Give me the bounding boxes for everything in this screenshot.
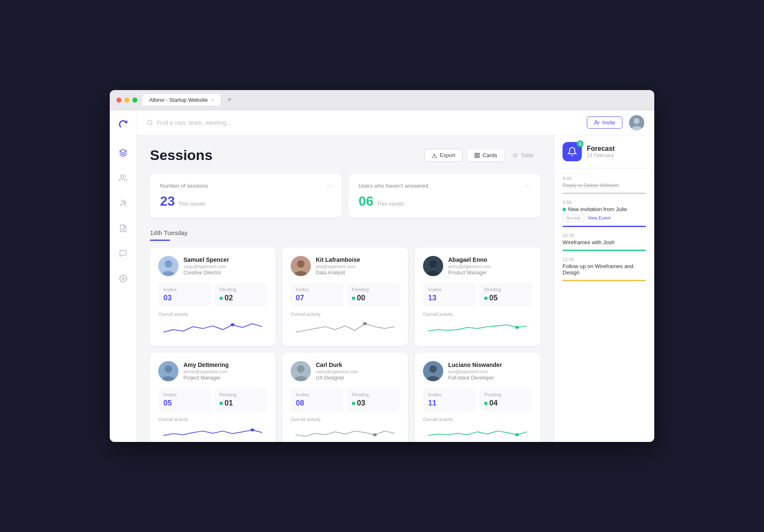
user-card-3: Amy Dettmering amde@egament.com Project … [150, 353, 276, 442]
event-time-3: 12:45 [563, 257, 646, 262]
event-item-0: 9:45 Reply to Debie Wilhelm [554, 172, 654, 193]
user-invites-5: Invites 11 [423, 388, 476, 412]
user-role-5: Full-stack Developer [448, 375, 532, 381]
user-name-4: Carl Durk [316, 362, 400, 368]
forecast-events: 9:45 Reply to Debie Wilhelm 9:59 New inv… [554, 168, 654, 442]
event-time-1: 9:59 [563, 200, 646, 205]
close-traffic-light[interactable] [116, 98, 121, 103]
event-item-3: 12:45 Follow up on Wireframes and Design [554, 253, 654, 280]
sidebar-item-settings[interactable] [116, 271, 131, 286]
user-invites-4: Invites 08 [291, 388, 343, 412]
event-title-3: Follow up on Wireframes and Design [563, 263, 646, 276]
forecast-panel: 3 Forecast 14 February 9:45 Reply to Deb… [554, 135, 654, 442]
sidebar-item-layers[interactable] [116, 145, 131, 160]
stat-label-unanswered: Users who haven't answered [359, 183, 428, 189]
svg-point-30 [429, 260, 437, 268]
sidebar-item-chat[interactable] [116, 246, 131, 261]
event-divider-1 [563, 226, 646, 227]
app-logo [116, 117, 131, 132]
user-email-2: anhu@egament.com [448, 264, 532, 269]
topbar: Find a user, team, meeting... Invite [137, 110, 654, 135]
export-button[interactable]: Export [424, 149, 463, 162]
sidebar-item-document[interactable] [116, 221, 131, 236]
user-avatar-topbar[interactable] [629, 115, 644, 130]
activity-label-0: Overall activity [158, 312, 267, 317]
svg-rect-16 [475, 156, 477, 158]
accept-button[interactable]: Accept [563, 214, 584, 222]
event-item-1: 9:59 New invitation from Julie Accept Vi… [554, 196, 654, 226]
page-header: Sessions Export [150, 147, 540, 163]
search-bar[interactable]: Find a user, team, meeting... [147, 119, 231, 126]
activity-label-4: Overall activity [291, 417, 400, 422]
user-name-1: Kit Laframboise [316, 256, 400, 263]
forecast-date: 14 February [587, 152, 615, 158]
event-dot-1 [563, 208, 566, 211]
event-divider-3 [563, 280, 646, 281]
activity-label-2: Overall activity [423, 312, 532, 317]
stat-period-sessions: This month [178, 201, 205, 207]
page-title: Sessions [150, 147, 212, 163]
tab-title: Albino - Startup Website [149, 97, 208, 103]
user-role-3: Project Manager [183, 375, 267, 381]
user-email-5: luni@egament.com [448, 369, 532, 374]
event-time-2: 10:30 [563, 233, 646, 238]
svg-point-40 [373, 433, 377, 436]
user-card-2: Abagael Enno anhu@egament.com Product Ma… [415, 248, 540, 346]
event-title-row-1: New invitation from Julie [563, 206, 646, 212]
user-card-5: Luciano Niswander luni@egament.com Full-… [415, 353, 540, 442]
users-grid: Samuel Spencer sasp@egament.com Creative… [150, 248, 540, 442]
event-title-1: New invitation from Julie [568, 206, 627, 212]
user-name-2: Abagael Enno [448, 256, 532, 263]
stat-card-sessions: Number of sessions ··· 23 This month [150, 173, 342, 217]
event-title-2: Wireframes with Josh [563, 239, 646, 245]
user-pending-5: Pending 04 [479, 388, 532, 412]
event-time-0: 9:45 [563, 176, 646, 181]
svg-point-28 [363, 322, 367, 325]
user-pending-2: Pending 05 [479, 283, 532, 307]
user-pending-1: Pending 00 [347, 283, 400, 307]
stat-menu-sessions[interactable]: ··· [326, 182, 332, 189]
avatar-2 [423, 256, 443, 276]
sidebar-item-user[interactable] [116, 196, 131, 211]
activity-label-3: Overall activity [158, 417, 267, 422]
svg-point-22 [165, 260, 172, 268]
view-toggle: Cards Table [467, 149, 540, 161]
browser-tab[interactable]: Albino - Startup Website × [142, 94, 220, 106]
user-role-0: Creative Director [183, 270, 267, 276]
date-heading: 14th Tuesday [150, 229, 540, 236]
search-placeholder: Find a user, team, meeting... [157, 119, 231, 126]
sidebar-item-users[interactable] [116, 170, 131, 186]
svg-point-26 [297, 260, 305, 268]
svg-rect-14 [475, 153, 477, 155]
user-email-0: sasp@egament.com [183, 264, 267, 269]
new-tab-button[interactable]: + [227, 96, 232, 104]
svg-point-32 [515, 326, 519, 329]
stat-period-unanswered: This month [377, 201, 404, 207]
forecast-header: 3 Forecast 14 February [554, 135, 654, 168]
avatar-3 [158, 361, 178, 381]
svg-rect-17 [478, 156, 479, 158]
forecast-icon: 3 [563, 142, 582, 161]
user-invites-3: Invites 05 [158, 388, 211, 412]
traffic-lights [116, 98, 137, 103]
main-content: Sessions Export [137, 135, 554, 442]
minimize-traffic-light[interactable] [124, 98, 129, 103]
invite-button[interactable]: Invite [587, 116, 622, 129]
date-underline [150, 240, 170, 241]
cards-view-button[interactable]: Cards [467, 149, 504, 161]
avatar-5 [423, 361, 443, 381]
avatar-0 [158, 256, 178, 276]
svg-point-11 [634, 118, 640, 124]
user-card-4: Carl Durk cadu@egament.com UX Designer I… [282, 353, 408, 442]
view-event-link[interactable]: View Event [588, 215, 611, 220]
stat-menu-unanswered[interactable]: ··· [525, 182, 530, 189]
activity-label-1: Overall activity [291, 312, 400, 317]
maximize-traffic-light[interactable] [132, 98, 137, 103]
user-name-3: Amy Dettmering [183, 362, 267, 368]
tab-close-button[interactable]: × [211, 98, 214, 103]
stat-label-sessions: Number of sessions [160, 183, 208, 189]
event-title-0: Reply to Debie Wilhelm [563, 182, 646, 189]
user-role-4: UX Designer [316, 375, 400, 381]
table-view-button[interactable]: Table [506, 149, 540, 161]
user-card-0: Samuel Spencer sasp@egament.com Creative… [150, 248, 276, 346]
